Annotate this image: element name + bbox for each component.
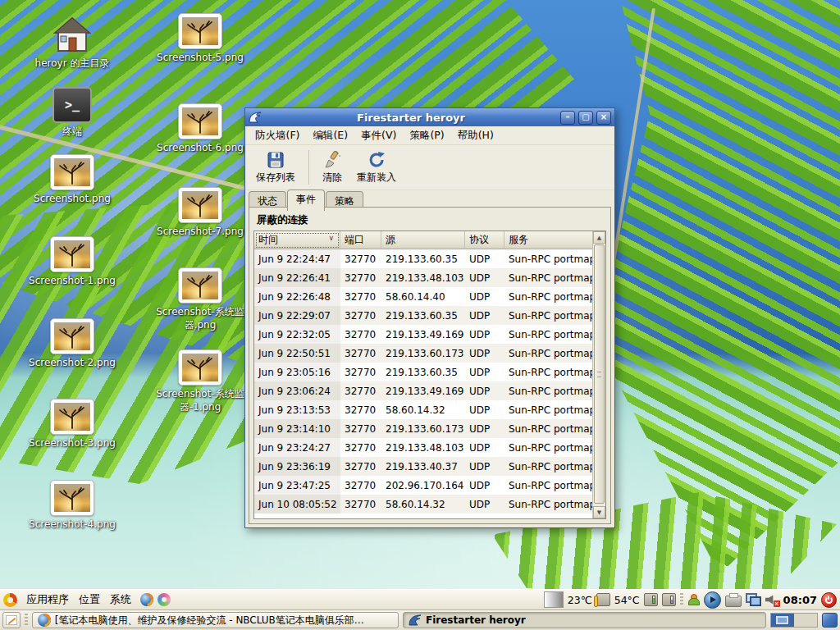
scrollbar-track[interactable] — [593, 244, 605, 506]
table-row[interactable]: Jun 9 22:24:47 32770 219.133.60.35 UDP S… — [254, 249, 592, 268]
cell-port: 32770 — [340, 363, 381, 381]
vertical-scrollbar[interactable]: ▲ ▼ — [592, 231, 605, 518]
image-thumbnail-icon — [50, 154, 94, 190]
save-list-button[interactable]: 保存列表 — [249, 146, 303, 189]
events-tab-page: 屏蔽的连接 时间端口源协议服务 Jun 9 22:24:47 32770 219… — [249, 207, 611, 524]
volume-muted-icon[interactable]: × — [765, 594, 779, 606]
desktop-icon-label: 终端 — [62, 126, 82, 139]
cell-service: Sun-RPC portmap — [504, 419, 592, 438]
cell-port: 32770 — [340, 381, 381, 400]
firefox-launcher-icon[interactable] — [140, 593, 153, 606]
panel-menu[interactable]: 系统 — [105, 591, 136, 609]
desktop-icon[interactable]: >_ Screenshot-系统监器-1.png — [139, 349, 262, 413]
sensor-chip-icon[interactable] — [596, 593, 610, 606]
cell-port: 32770 — [340, 325, 381, 344]
task-button-firefox[interactable]: [笔记本电脑使用、维护及保修经验交流 - NBCLUB笔记本电脑俱乐部… — [32, 612, 399, 628]
distro-menu-icon[interactable] — [3, 593, 17, 607]
maximize-button[interactable]: ▢ — [578, 111, 593, 125]
cell-time: Jun 9 23:13:53 — [254, 400, 340, 419]
tab[interactable]: 事件 — [287, 189, 325, 211]
workspace-2[interactable] — [794, 614, 817, 627]
column-header[interactable]: 源 — [381, 231, 465, 249]
firestarter-window: Firestarter heroyr – ▢ × 防火墙(F)编辑(E)事件(V… — [244, 107, 615, 528]
desktop-icon[interactable]: >_ Screenshot.png — [11, 154, 134, 206]
table-row[interactable]: Jun 10 08:05:52 32770 58.60.14.32 UDP Su… — [254, 495, 592, 514]
cell-protocol: UDP — [465, 306, 504, 325]
cell-time: Jun 9 22:29:07 — [254, 306, 340, 325]
desktop-icon[interactable]: >_ 终端 — [11, 87, 134, 139]
cell-service: Sun-RPC portmap — [504, 306, 592, 325]
minimize-button[interactable]: – — [560, 111, 575, 125]
table-row[interactable]: Jun 9 23:36:19 32770 219.133.40.37 UDP S… — [254, 457, 592, 476]
table-row[interactable]: Jun 9 23:47:25 32770 202.96.170.164 UDP … — [254, 476, 592, 495]
desktop-icon[interactable]: >_ heroyr 的主目录 — [11, 16, 134, 71]
cell-time: Jun 9 23:47:25 — [254, 476, 340, 495]
table-row[interactable]: Jun 9 23:05:16 32770 219.133.60.35 UDP S… — [254, 363, 592, 381]
image-thumbnail-icon — [50, 399, 94, 435]
network-monitor-icon[interactable] — [746, 593, 761, 606]
task-button-firestarter[interactable]: Firestarter heroyr — [403, 612, 766, 628]
desktop-icon[interactable]: >_ Screenshot-系统监器.png — [139, 267, 262, 331]
table-row[interactable]: Jun 9 22:50:51 32770 219.133.60.173 UDP … — [254, 344, 592, 363]
media-player-icon[interactable] — [704, 591, 721, 609]
cell-source: 58.60.14.32 — [381, 400, 465, 419]
image-thumbnail-icon — [178, 267, 222, 304]
scrollbar-thumb[interactable] — [594, 244, 605, 504]
desktop-icon[interactable]: >_ Screenshot-6.png — [139, 103, 262, 155]
table-row[interactable]: Jun 9 22:26:48 32770 58.60.14.40 UDP Sun… — [254, 287, 592, 306]
reload-button[interactable]: 重新装入 — [349, 146, 404, 189]
cell-port: 32770 — [340, 400, 381, 419]
close-button[interactable]: × — [596, 111, 611, 125]
trash-applet-icon[interactable] — [822, 613, 838, 628]
shutdown-icon[interactable] — [821, 592, 837, 608]
column-header[interactable]: 协议 — [465, 231, 504, 249]
desktop-icon[interactable]: >_ Screenshot-1.png — [11, 236, 134, 288]
brush-icon — [322, 150, 342, 170]
table-row[interactable]: Jun 9 23:14:10 32770 219.133.60.173 UDP … — [254, 419, 592, 438]
desktop-icon[interactable]: >_ Screenshot-5.png — [139, 13, 262, 65]
toolbar-label: 重新装入 — [357, 171, 396, 185]
table-row[interactable]: Jun 9 23:06:24 32770 219.133.49.169 UDP … — [254, 381, 592, 400]
sensor-chip-icon[interactable] — [644, 593, 658, 606]
scroll-up-arrow[interactable]: ▲ — [593, 231, 605, 244]
menu-item[interactable]: 编辑(E) — [306, 127, 354, 144]
desktop-icon[interactable]: >_ Screenshot-3.png — [11, 399, 134, 450]
user-applet-icon[interactable] — [687, 594, 700, 605]
printer-icon[interactable] — [725, 596, 742, 607]
cell-protocol: UDP — [465, 268, 504, 287]
window-titlebar[interactable]: Firestarter heroyr – ▢ × — [245, 108, 614, 126]
show-desktop-button[interactable] — [2, 612, 21, 628]
column-header[interactable]: 端口 — [340, 231, 381, 249]
cell-protocol: UDP — [465, 419, 504, 438]
column-header[interactable]: 服务 — [504, 231, 592, 249]
panel-menu[interactable]: 应用程序 — [21, 591, 74, 609]
column-header[interactable]: 时间 — [254, 231, 340, 249]
menu-item[interactable]: 防火墙(F) — [249, 127, 306, 144]
menu-bar: 防火墙(F)编辑(E)事件(V)策略(P)帮助(H) — [245, 126, 614, 145]
table-row[interactable]: Jun 9 23:13:53 32770 58.60.14.32 UDP Sun… — [254, 400, 592, 419]
panel-menu[interactable]: 位置 — [74, 591, 105, 609]
desktop-icon[interactable]: >_ Screenshot-7.png — [139, 187, 262, 239]
clock[interactable]: 08:07 — [783, 594, 817, 606]
scroll-down-arrow[interactable]: ▼ — [593, 506, 605, 518]
table-row[interactable]: Jun 9 22:26:41 32770 219.133.48.103 UDP … — [254, 268, 592, 287]
app-launcher-swirl-icon[interactable] — [158, 593, 171, 606]
table-row[interactable]: Jun 9 22:32:05 32770 219.133.49.169 UDP … — [254, 325, 592, 344]
table-row[interactable]: Jun 9 23:24:27 32770 219.133.48.103 UDP … — [254, 438, 592, 457]
menu-item[interactable]: 策略(P) — [403, 127, 450, 144]
menu-item[interactable]: 事件(V) — [354, 127, 403, 144]
desktop-icon[interactable]: >_ Screenshot-2.png — [11, 318, 134, 370]
desktop-icon[interactable]: >_ Screenshot-4.png — [11, 480, 134, 532]
monitor-applet-icon[interactable] — [544, 591, 564, 608]
firefox-icon — [38, 614, 51, 627]
temperature-reading: 23℃ — [568, 594, 592, 606]
workspace-1[interactable] — [771, 614, 794, 627]
cell-port: 32770 — [340, 306, 381, 325]
cell-protocol: UDP — [465, 287, 504, 306]
table-row[interactable]: Jun 9 22:29:07 32770 219.133.60.35 UDP S… — [254, 306, 592, 325]
cell-time: Jun 9 22:26:48 — [254, 287, 340, 306]
sensor-chip-icon[interactable] — [662, 593, 676, 606]
clear-button[interactable]: 清除 — [315, 146, 349, 189]
cell-service: Sun-RPC portmap — [504, 457, 592, 476]
menu-item[interactable]: 帮助(H) — [451, 127, 500, 144]
